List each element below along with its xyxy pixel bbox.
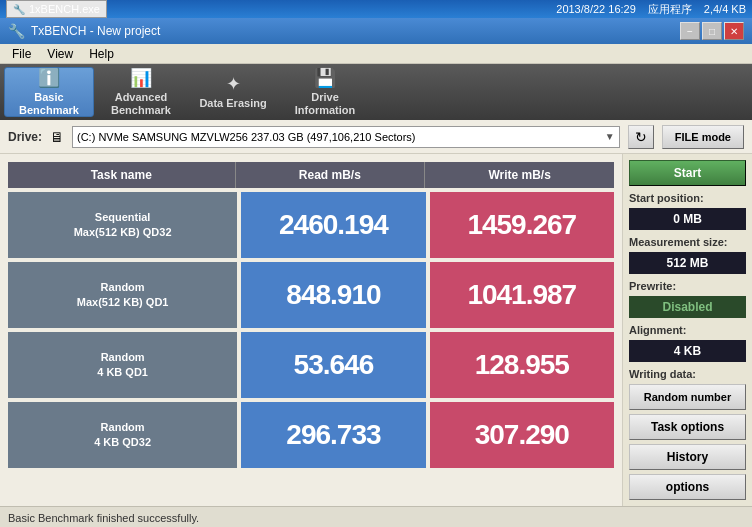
bench-label-random-4k-qd1: Random4 KB QD1 <box>8 332 237 398</box>
app-title-text: TxBENCH - New project <box>31 24 160 38</box>
bench-label-sequential: SequentialMax(512 KB) QD32 <box>8 192 237 258</box>
bench-row-sequential: SequentialMax(512 KB) QD32 2460.194 1459… <box>8 192 614 258</box>
window-controls: − □ ✕ <box>680 22 744 40</box>
app-title-bar: 🔧 TxBENCH - New project − □ ✕ <box>0 18 752 44</box>
alignment-value: 4 KB <box>629 340 746 362</box>
menu-help[interactable]: Help <box>81 45 122 63</box>
bench-header: Task name Read mB/s Write mB/s <box>8 162 614 188</box>
drive-information-label: DriveInformation <box>295 91 356 117</box>
bench-row-random-4k-qd32: Random4 KB QD32 296.733 307.290 <box>8 402 614 468</box>
taskbar-app[interactable]: 🔧 1xBENCH.exe <box>6 0 107 18</box>
bench-read-random-512-qd1: 848.910 <box>241 262 425 328</box>
bench-read-random-4k-qd1: 53.646 <box>241 332 425 398</box>
app-container: 🔧 1xBENCH.exe 2013/8/22 16:29 应用程序 2,4/4… <box>0 0 752 527</box>
toolbar: ℹ️ BasicBenchmark 📊 AdvancedBenchmark ✦ … <box>0 64 752 120</box>
menu-file[interactable]: File <box>4 45 39 63</box>
drive-icon: 🖥 <box>50 129 64 145</box>
bench-write-sequential: 1459.267 <box>430 192 614 258</box>
bench-row-random-512-qd1: RandomMax(512 KB) QD1 848.910 1041.987 <box>8 262 614 328</box>
bench-write-random-4k-qd1: 128.955 <box>430 332 614 398</box>
prewrite-value: Disabled <box>629 296 746 318</box>
refresh-icon: ↻ <box>635 129 647 145</box>
timestamp: 2013/8/22 16:29 <box>556 3 636 15</box>
os-taskbar-right: 2013/8/22 16:29 应用程序 2,4/4 KB <box>556 2 746 17</box>
data-erasing-icon: ✦ <box>226 73 241 95</box>
basic-benchmark-icon: ℹ️ <box>38 67 60 89</box>
header-task: Task name <box>8 162 236 188</box>
right-panel: Start Start position: 0 MB Measurement s… <box>622 154 752 506</box>
basic-benchmark-label: BasicBenchmark <box>19 91 79 117</box>
main-content: Task name Read mB/s Write mB/s Sequentia… <box>0 154 752 506</box>
drive-information-icon: 💾 <box>314 67 336 89</box>
measurement-size-value: 512 MB <box>629 252 746 274</box>
header-write: Write mB/s <box>425 162 614 188</box>
os-taskbar-left: 🔧 1xBENCH.exe <box>6 0 107 18</box>
bench-row-random-4k-qd1: Random4 KB QD1 53.646 128.955 <box>8 332 614 398</box>
app-window: 🔧 TxBENCH - New project − □ ✕ File View … <box>0 18 752 527</box>
toolbar-advanced-benchmark[interactable]: 📊 AdvancedBenchmark <box>96 67 186 117</box>
close-button[interactable]: ✕ <box>724 22 744 40</box>
bench-read-sequential: 2460.194 <box>241 192 425 258</box>
drive-select[interactable]: (C:) NVMe SAMSUNG MZVLW256 237.03 GB (49… <box>72 126 620 148</box>
measurement-size-label: Measurement size: <box>629 236 746 248</box>
app-title-icon: 🔧 <box>8 23 25 39</box>
file-size: 2,4/4 KB <box>704 3 746 15</box>
menu-view[interactable]: View <box>39 45 81 63</box>
start-button[interactable]: Start <box>629 160 746 186</box>
task-options-button[interactable]: Task options <box>629 414 746 440</box>
advanced-benchmark-icon: 📊 <box>130 67 152 89</box>
writing-data-button[interactable]: Random number <box>629 384 746 410</box>
bench-label-random-4k-qd32: Random4 KB QD32 <box>8 402 237 468</box>
app-title-left: 🔧 TxBENCH - New project <box>8 23 160 39</box>
drive-row: Drive: 🖥 (C:) NVMe SAMSUNG MZVLW256 237.… <box>0 120 752 154</box>
toolbar-drive-information[interactable]: 💾 DriveInformation <box>280 67 370 117</box>
taskbar-icon: 🔧 <box>13 4 25 15</box>
file-mode-button[interactable]: FILE mode <box>662 125 744 149</box>
status-bar: Basic Benchmark finished successfully. <box>0 506 752 527</box>
alignment-label: Alignment: <box>629 324 746 336</box>
options-button[interactable]: options <box>629 474 746 500</box>
minimize-button[interactable]: − <box>680 22 700 40</box>
os-taskbar: 🔧 1xBENCH.exe 2013/8/22 16:29 应用程序 2,4/4… <box>0 0 752 18</box>
taskbar-app-name: 1xBENCH.exe <box>29 3 100 15</box>
drive-label: Drive: <box>8 130 42 144</box>
file-mode-label: FILE mode <box>675 131 731 143</box>
app-type: 应用程序 <box>648 2 692 17</box>
history-button[interactable]: History <box>629 444 746 470</box>
drive-select-value: (C:) NVMe SAMSUNG MZVLW256 237.03 GB (49… <box>77 131 415 143</box>
bench-write-random-4k-qd32: 307.290 <box>430 402 614 468</box>
prewrite-label: Prewrite: <box>629 280 746 292</box>
start-position-value: 0 MB <box>629 208 746 230</box>
start-position-label: Start position: <box>629 192 746 204</box>
drive-select-arrow: ▼ <box>605 131 615 142</box>
status-text: Basic Benchmark finished successfully. <box>8 512 199 524</box>
app-menu: File View Help <box>0 44 752 64</box>
drive-refresh-button[interactable]: ↻ <box>628 125 654 149</box>
advanced-benchmark-label: AdvancedBenchmark <box>111 91 171 117</box>
header-read: Read mB/s <box>236 162 426 188</box>
bench-label-random-512-qd1: RandomMax(512 KB) QD1 <box>8 262 237 328</box>
maximize-button[interactable]: □ <box>702 22 722 40</box>
toolbar-data-erasing[interactable]: ✦ Data Erasing <box>188 67 278 117</box>
data-erasing-label: Data Erasing <box>199 97 266 110</box>
bench-area: Task name Read mB/s Write mB/s Sequentia… <box>0 154 622 506</box>
bench-read-random-4k-qd32: 296.733 <box>241 402 425 468</box>
writing-data-label: Writing data: <box>629 368 746 380</box>
toolbar-basic-benchmark[interactable]: ℹ️ BasicBenchmark <box>4 67 94 117</box>
bench-write-random-512-qd1: 1041.987 <box>430 262 614 328</box>
